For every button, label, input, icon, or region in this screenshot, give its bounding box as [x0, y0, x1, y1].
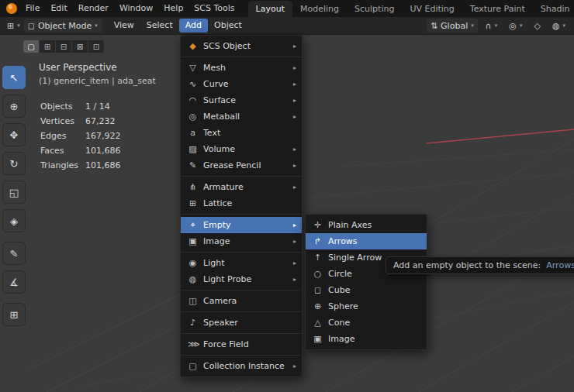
- submenu-arrow-icon: ▸: [293, 81, 296, 88]
- select-box-icon: ↖: [10, 72, 19, 84]
- empty-submenu-item-plain-axes[interactable]: ✛ Plain Axes: [306, 217, 427, 233]
- overlays-button[interactable]: ◍ ▾: [548, 19, 569, 33]
- stat-vertices: Vertices67,232: [40, 114, 121, 129]
- menu-help[interactable]: Help: [158, 0, 188, 17]
- add-menu-item-force-field[interactable]: ⋙ Force Field: [181, 336, 302, 352]
- add-menu-item-surface[interactable]: ◠ Surface ▸: [181, 92, 302, 108]
- viewport-header: ⊞ ▾ ◻ Object Mode ▾ View Select Add Obje…: [0, 17, 574, 35]
- magnet-icon: ∩: [486, 21, 492, 31]
- add-menu-item-curve[interactable]: ∿ Curve ▸: [181, 76, 302, 92]
- add-menu: ◆ SCS Object ▸ ▽ Mesh ▸ ∿ Curve ▸ ◠ Surf…: [180, 35, 303, 377]
- mode-dropdown[interactable]: ◻ Object Mode ▾: [24, 19, 102, 33]
- tab-uv-editing[interactable]: UV Editing: [402, 1, 462, 17]
- tool-move[interactable]: ✥: [2, 123, 26, 146]
- select-mode-invert-button[interactable]: ⊠: [72, 40, 88, 53]
- menu-scs-tools[interactable]: SCS Tools: [188, 0, 240, 17]
- select-mode-extend-button[interactable]: ⊞: [40, 40, 55, 53]
- tab-modeling[interactable]: Modeling: [292, 1, 347, 17]
- menu-separator: [182, 355, 301, 356]
- editor-type-button[interactable]: ⊞ ▾: [3, 19, 24, 33]
- plain-axes-icon: ✛: [313, 220, 323, 230]
- chevron-down-icon: ▾: [520, 22, 523, 29]
- tool-transform[interactable]: ◈: [2, 209, 26, 232]
- proportional-editing-button[interactable]: ◎ ▾: [505, 19, 526, 33]
- tool-annotate[interactable]: ✎: [2, 242, 26, 265]
- submenu-arrow-icon: ▸: [293, 260, 296, 266]
- menu-edit[interactable]: Edit: [45, 0, 72, 17]
- menu-separator: [182, 214, 301, 215]
- orientation-dropdown[interactable]: ⇅ Global ▾: [427, 19, 478, 33]
- menu-file[interactable]: File: [20, 0, 45, 17]
- submenu-arrow-icon: ▸: [293, 238, 296, 245]
- select-mode-invert-icon: ⊠: [77, 43, 83, 51]
- menu-render[interactable]: Render: [73, 0, 114, 17]
- empty-submenu-item-arrows[interactable]: ↱ Arrows: [306, 233, 427, 249]
- empty-submenu-item-image[interactable]: ▣ Image: [306, 331, 427, 347]
- select-mode-set-button[interactable]: ▢: [23, 40, 39, 53]
- tool-cursor[interactable]: ⊕: [2, 95, 26, 118]
- tab-layout[interactable]: Layout: [248, 1, 292, 17]
- collection-instance-icon: ▢: [188, 361, 198, 371]
- scale-icon: ◱: [9, 187, 19, 198]
- armature-icon: ⋔: [188, 182, 198, 192]
- scs-object-icon: ◆: [188, 41, 198, 51]
- select-mode-intersect-button[interactable]: ⊡: [88, 40, 104, 53]
- submenu-arrow-icon: ▸: [293, 97, 296, 104]
- measure-icon: ∡: [9, 277, 19, 288]
- tool-add-cube[interactable]: ⊞: [2, 303, 26, 326]
- orientation-label: Global: [441, 21, 468, 31]
- topbar: File Edit Render Window Help SCS Tools L…: [0, 0, 574, 17]
- empty-submenu-item-sphere[interactable]: ⊕ Sphere: [306, 298, 427, 315]
- add-menu-item-light-probe[interactable]: ◍ Light Probe ▸: [181, 271, 302, 287]
- grease-pencil-icon: ✎: [188, 160, 198, 170]
- menu-object[interactable]: Object: [208, 19, 248, 33]
- add-menu-item-mesh[interactable]: ▽ Mesh ▸: [181, 60, 302, 76]
- add-menu-item-empty[interactable]: ⌖ Empty ▸: [181, 217, 302, 233]
- tab-sculpting[interactable]: Sculpting: [347, 1, 402, 17]
- add-menu-item-image[interactable]: ▣ Image ▸: [181, 233, 302, 249]
- view-gizmo-button[interactable]: ◇: [530, 19, 544, 33]
- add-menu-item-lattice[interactable]: ⊞ Lattice: [181, 195, 302, 211]
- add-menu-item-scs-object[interactable]: ◆ SCS Object ▸: [181, 38, 302, 54]
- add-menu-item-speaker[interactable]: ♪ Speaker: [181, 315, 302, 331]
- camera-icon: ◫: [188, 296, 198, 306]
- empty-submenu-item-cube[interactable]: ◻ Cube: [306, 282, 427, 298]
- add-menu-item-collection-instance[interactable]: ▢ Collection Instance ▸: [181, 358, 302, 374]
- submenu-arrow-icon: ▸: [293, 162, 296, 169]
- mode-label: Object Mode: [38, 21, 92, 31]
- add-menu-item-camera[interactable]: ◫ Camera: [181, 293, 302, 309]
- tool-sidebar: ↖ ⊕ ✥ ↻ ◱ ◈ ✎ ∡ ⊞: [2, 66, 26, 326]
- force-field-icon: ⋙: [188, 339, 198, 349]
- snap-magnet-button[interactable]: ∩ ▾: [482, 19, 502, 33]
- select-mode-subtract-button[interactable]: ⊟: [56, 40, 71, 53]
- scene-statistics: Objects1 / 14 Vertices67,232 Edges167,92…: [40, 99, 121, 173]
- add-menu-item-armature[interactable]: ⋔ Armature ▸: [181, 179, 302, 195]
- tab-texture-paint[interactable]: Texture Paint: [462, 1, 533, 17]
- empty-submenu-item-cone[interactable]: △ Cone: [306, 315, 427, 331]
- menu-view[interactable]: View: [108, 19, 140, 33]
- add-menu-item-metaball[interactable]: ◎ Metaball ▸: [181, 108, 302, 125]
- select-mode-extend-icon: ⊞: [44, 43, 50, 51]
- menu-select[interactable]: Select: [140, 19, 179, 33]
- single-arrow-icon: ↑: [313, 253, 323, 263]
- add-menu-item-text[interactable]: a Text: [181, 125, 302, 141]
- add-menu-item-light[interactable]: ◉ Light ▸: [181, 255, 302, 271]
- add-menu-item-volume[interactable]: ▨ Volume ▸: [181, 141, 302, 157]
- blender-logo-icon[interactable]: [6, 3, 17, 14]
- submenu-arrow-icon: ▸: [293, 146, 296, 153]
- transform-icon: ◈: [10, 215, 18, 227]
- tab-shading[interactable]: Shading: [533, 1, 569, 17]
- active-object-label: (1) generic_item | ada_seat: [39, 76, 156, 86]
- add-menu-item-grease-pencil[interactable]: ✎ Grease Pencil ▸: [181, 157, 302, 174]
- menu-separator: [182, 290, 301, 291]
- menu-add[interactable]: Add: [179, 19, 208, 33]
- tool-select-box[interactable]: ↖: [2, 66, 26, 89]
- tool-measure[interactable]: ∡: [2, 270, 26, 294]
- volume-icon: ▨: [188, 144, 198, 154]
- tool-rotate[interactable]: ↻: [2, 152, 26, 175]
- menu-window[interactable]: Window: [114, 0, 158, 17]
- tool-scale[interactable]: ◱: [2, 181, 26, 204]
- tooltip-value: Arrows: [546, 260, 574, 270]
- empty-submenu: ✛ Plain Axes ↱ Arrows ↑ Single Arrow ○ C…: [305, 214, 427, 350]
- light-probe-icon: ◍: [188, 274, 198, 284]
